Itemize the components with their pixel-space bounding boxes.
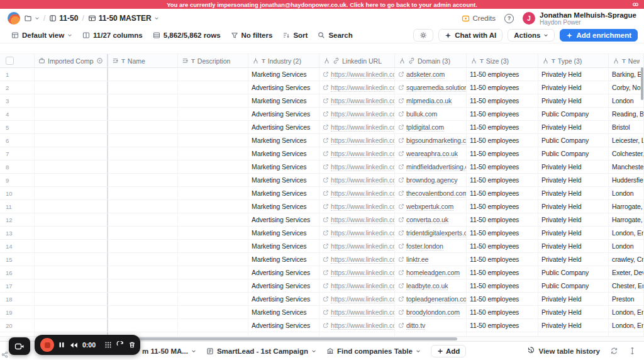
cell-industry[interactable]: Advertising Services [248, 279, 319, 292]
credits-button[interactable]: Credits [462, 14, 496, 23]
restart-recording-button[interactable] [116, 341, 124, 349]
cell-location[interactable]: Exeter, Devo [609, 266, 644, 279]
cell-description[interactable] [178, 213, 248, 226]
cell-location[interactable]: London, Eng [609, 306, 644, 318]
cell-linkedin[interactable]: https://www.linkedin.co... [319, 293, 395, 305]
cell-type[interactable]: Privately Held [538, 94, 609, 107]
cell-domain[interactable]: foster.london [395, 240, 467, 252]
camera-toggle-button[interactable] [9, 337, 30, 355]
cell-domain[interactable]: adsketer.com [395, 68, 467, 81]
cell-type[interactable]: Privately Held [538, 174, 609, 186]
cell-name[interactable] [108, 200, 178, 213]
add-enrichment-button[interactable]: Add enrichment [560, 29, 638, 42]
cell-size[interactable]: 11-50 employees [467, 160, 538, 173]
cell-description[interactable] [178, 174, 248, 186]
cell-location[interactable]: London [609, 187, 644, 200]
cell-domain[interactable]: weareaphra.co.uk [395, 147, 467, 160]
cell-type[interactable]: Privately Held [538, 187, 609, 200]
cell-description[interactable] [178, 293, 248, 305]
cell-location[interactable]: Leicester, Le [609, 134, 644, 147]
unfold-rows-icon[interactable] [628, 347, 636, 355]
cell-domain[interactable]: converta.co.uk [395, 213, 467, 226]
cell-location[interactable]: Reading, Be [609, 108, 644, 120]
row-number[interactable]: 9 [0, 174, 35, 186]
cell-linkedin[interactable]: https://www.linkedin.co... [319, 213, 395, 226]
linkedin-url-link[interactable]: https://www.linkedin.co... [331, 70, 395, 79]
cell-size[interactable]: 11-50 employees [467, 306, 538, 318]
cell-type[interactable]: Privately Held [538, 306, 609, 318]
cell-domain[interactable]: tpldigital.com [395, 121, 467, 133]
column-header-name[interactable]: TName [108, 54, 178, 67]
cell-location[interactable]: Huddersfield [609, 174, 644, 186]
cell-domain[interactable]: squaremedia.solutions [395, 81, 467, 94]
cell-type[interactable]: Privately Held [538, 213, 609, 226]
domain-link[interactable]: weareaphra.co.uk [406, 150, 458, 158]
cell-name[interactable] [108, 160, 178, 173]
view-table-history-button[interactable]: View table history [527, 347, 600, 355]
cell-imported[interactable] [35, 213, 108, 226]
domain-link[interactable]: bigsoundmarketing.com [406, 137, 467, 145]
cell-domain[interactable]: ditto.tv [395, 319, 467, 332]
cell-domain[interactable]: leadbyte.co.uk [395, 279, 467, 292]
cell-size[interactable]: 11-50 employees [467, 174, 538, 186]
cell-industry[interactable]: Marketing Services [248, 187, 319, 200]
cell-domain[interactable]: browndog.agency [395, 174, 467, 186]
cell-type[interactable]: Privately Held [538, 319, 609, 332]
row-number[interactable]: 14 [0, 240, 35, 252]
cell-name[interactable] [108, 134, 178, 147]
cell-name[interactable] [108, 68, 178, 81]
cell-industry[interactable]: Advertising Services [248, 266, 319, 279]
cell-type[interactable]: Privately Held [538, 121, 609, 133]
impersonation-banner-text[interactable]: You are currently impersonating jonathan… [167, 1, 477, 8]
cell-description[interactable] [178, 134, 248, 147]
cell-name[interactable] [108, 174, 178, 186]
cell-linkedin[interactable]: https://www.linkedin.co... [319, 187, 395, 200]
linkedin-url-link[interactable]: https://www.linkedin.co... [331, 269, 395, 277]
linkedin-url-link[interactable]: https://www.linkedin.co... [331, 84, 395, 92]
domain-link[interactable]: broodylondon.com [406, 308, 460, 317]
cell-size[interactable]: 11-50 employees [467, 266, 538, 279]
filters-button[interactable]: No filters [226, 30, 278, 41]
cell-size[interactable]: 11-50 employees [467, 253, 538, 266]
cell-imported[interactable] [35, 134, 108, 147]
cell-name[interactable] [108, 227, 178, 239]
cell-type[interactable]: Privately Held [538, 160, 609, 173]
cell-description[interactable] [178, 187, 248, 200]
linkedin-url-link[interactable]: https://www.linkedin.co... [331, 203, 395, 211]
cell-industry[interactable]: Marketing Services [248, 68, 319, 81]
row-number[interactable]: 2 [0, 81, 35, 94]
cell-location[interactable]: London [609, 94, 644, 107]
cell-imported[interactable] [35, 94, 108, 107]
select-all-checkbox[interactable] [6, 57, 14, 65]
cell-industry[interactable]: Marketing Services [248, 200, 319, 213]
tab-smartlead-campaign[interactable]: SmartLead - 1st Campaign [206, 347, 316, 355]
cell-size[interactable]: 11-50 employees [467, 213, 538, 226]
column-header-linkedin[interactable]: Linkedin URL [319, 54, 395, 67]
cell-location[interactable]: Barking, Eng [609, 68, 644, 81]
row-number[interactable]: 1 [0, 68, 35, 81]
cell-description[interactable] [178, 227, 248, 239]
domain-link[interactable]: ditto.tv [406, 322, 425, 330]
cell-linkedin[interactable]: https://www.linkedin.co... [319, 227, 395, 239]
cell-description[interactable] [178, 81, 248, 94]
cell-industry[interactable]: Marketing Services [248, 147, 319, 160]
cell-size[interactable]: 11-50 employees [467, 279, 538, 292]
row-number[interactable]: 8 [0, 160, 35, 173]
cell-imported[interactable] [35, 266, 108, 279]
cell-imported[interactable] [35, 81, 108, 94]
cell-description[interactable] [178, 200, 248, 213]
linkedin-url-link[interactable]: https://www.linkedin.co... [331, 295, 395, 303]
row-number[interactable]: 17 [0, 279, 35, 292]
cell-domain[interactable]: bulluk.com [395, 108, 467, 120]
horizontal-scrollbar-thumb[interactable] [107, 337, 457, 340]
linkedin-url-link[interactable]: https://www.linkedin.co... [331, 216, 395, 224]
cell-location[interactable]: Chester, Eng [609, 279, 644, 292]
cell-size[interactable]: 11-50 employees [467, 94, 538, 107]
cell-industry[interactable]: Marketing Services [248, 160, 319, 173]
cell-description[interactable] [178, 279, 248, 292]
cell-name[interactable] [108, 121, 178, 133]
row-number[interactable]: 4 [0, 108, 35, 120]
cell-location[interactable]: crawley, Cra [609, 253, 644, 266]
cell-name[interactable] [108, 319, 178, 332]
grid-options-button[interactable] [104, 341, 112, 349]
